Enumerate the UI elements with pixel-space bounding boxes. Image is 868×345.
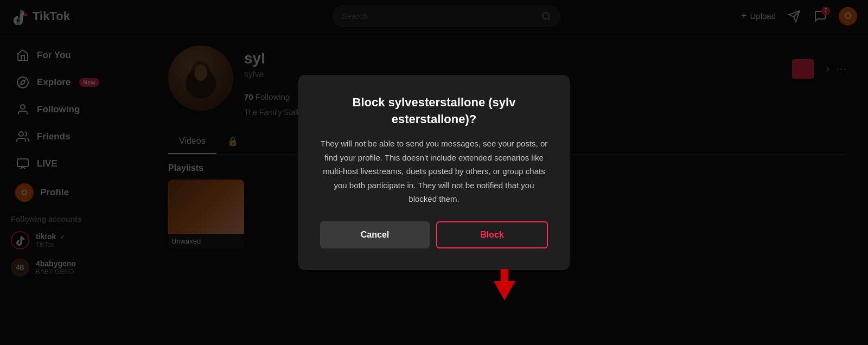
cancel-button[interactable]: Cancel	[320, 221, 430, 248]
modal-body: They will not be able to send you messag…	[320, 137, 548, 206]
modal-title: Block sylvesterstallone (sylv esterstall…	[320, 94, 548, 128]
arrow-head	[494, 281, 515, 301]
modal-actions: Cancel Block	[320, 221, 548, 248]
arrow-stem	[501, 269, 508, 281]
block-button[interactable]: Block	[436, 221, 548, 248]
arrow-indicator	[494, 269, 515, 301]
modal-overlay[interactable]: Block sylvesterstallone (sylv esterstall…	[0, 0, 868, 345]
block-modal: Block sylvesterstallone (sylv esterstall…	[298, 75, 570, 270]
